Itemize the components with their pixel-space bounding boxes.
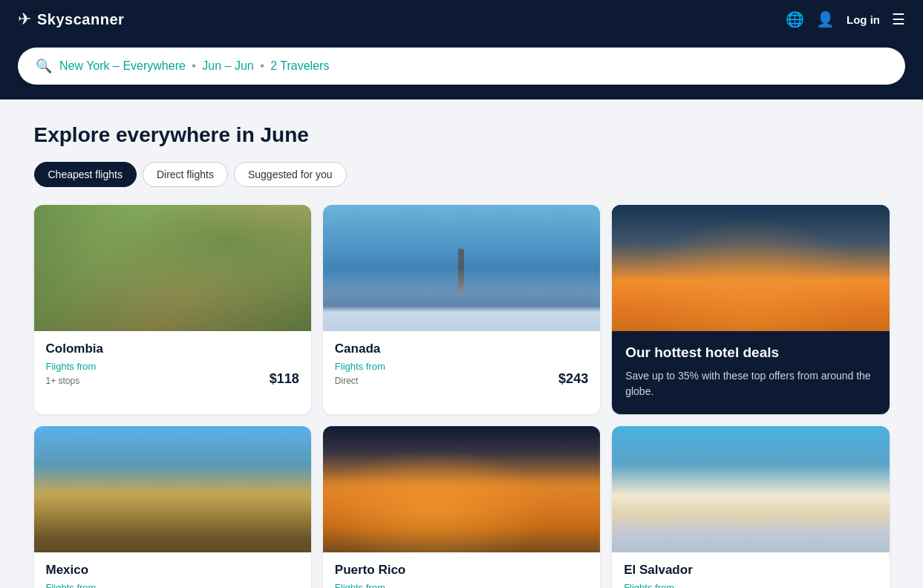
card-hotel-deals[interactable]: Our hottest hotel deals Save up to 35% w… bbox=[612, 205, 889, 414]
card-image-hotel bbox=[612, 205, 889, 331]
logo-area[interactable]: ✈ Skyscanner bbox=[18, 10, 124, 29]
card-stops-colombia: 1+ stops bbox=[46, 376, 80, 386]
search-travelers: 2 Travelers bbox=[270, 59, 329, 72]
card-footer-canada: Flights from Direct $243 bbox=[335, 361, 588, 387]
hamburger-icon[interactable]: ☰ bbox=[892, 10, 905, 28]
card-image-canada bbox=[323, 205, 600, 331]
card-footer-puerto-rico: Flights from bbox=[335, 582, 588, 588]
search-dates: Jun – Jun bbox=[202, 59, 253, 72]
user-icon[interactable]: 👤 bbox=[816, 10, 835, 28]
card-body-canada: Canada Flights from Direct $243 bbox=[323, 331, 600, 399]
card-image-colombia bbox=[34, 205, 311, 331]
card-flight-info-canada: Flights from Direct bbox=[335, 361, 385, 387]
search-route: New York – Everywhere bbox=[59, 59, 186, 72]
logo-icon: ✈ bbox=[18, 10, 31, 29]
card-flights-label-colombia: Flights from bbox=[46, 361, 97, 372]
header-right: 🌐 👤 Log in ☰ bbox=[786, 10, 905, 28]
main-content: Explore everywhere in June Cheapest flig… bbox=[16, 99, 907, 588]
card-body-puerto-rico: Puerto Rico Flights from bbox=[323, 552, 600, 588]
search-text: New York – Everywhere • Jun – Jun • 2 Tr… bbox=[59, 59, 329, 73]
card-flights-label-mexico: Flights from bbox=[46, 582, 97, 588]
card-flight-info-mexico: Flights from bbox=[46, 582, 97, 588]
header: ✈ Skyscanner 🌐 👤 Log in ☰ bbox=[0, 0, 923, 39]
card-footer-el-salvador: Flights from bbox=[624, 582, 877, 588]
card-image-puerto-rico bbox=[323, 426, 600, 552]
card-price-colombia: $118 bbox=[270, 371, 299, 387]
page-title: Explore everywhere in June bbox=[34, 123, 890, 147]
card-flight-info-el-salvador: Flights from bbox=[624, 582, 674, 588]
login-button[interactable]: Log in bbox=[847, 13, 880, 26]
card-image-mexico bbox=[34, 426, 311, 552]
card-title-mexico: Mexico bbox=[46, 563, 299, 578]
dot-1: • bbox=[192, 59, 199, 72]
tab-direct[interactable]: Direct flights bbox=[143, 162, 228, 187]
card-body-el-salvador: El Salvador Flights from bbox=[612, 552, 889, 588]
card-title-colombia: Colombia bbox=[46, 342, 299, 356]
card-canada[interactable]: Canada Flights from Direct $243 bbox=[323, 205, 600, 414]
card-image-el-salvador bbox=[612, 426, 889, 552]
card-title-puerto-rico: Puerto Rico bbox=[335, 563, 588, 578]
card-body-mexico: Mexico Flights from bbox=[34, 552, 311, 588]
card-puerto-rico[interactable]: Puerto Rico Flights from bbox=[323, 426, 600, 588]
card-flight-info-colombia: Flights from 1+ stops bbox=[46, 361, 97, 387]
card-flights-label-puerto-rico: Flights from bbox=[335, 582, 385, 588]
card-mexico[interactable]: Mexico Flights from bbox=[34, 426, 311, 588]
logo-text: Skyscanner bbox=[37, 11, 124, 28]
card-body-hotel: Our hottest hotel deals Save up to 35% w… bbox=[612, 331, 889, 414]
tabs: Cheapest flights Direct flights Suggeste… bbox=[34, 162, 890, 187]
card-colombia[interactable]: Colombia Flights from 1+ stops $118 bbox=[34, 205, 311, 414]
globe-icon[interactable]: 🌐 bbox=[786, 10, 804, 28]
card-title-el-salvador: El Salvador bbox=[624, 563, 877, 578]
card-el-salvador[interactable]: El Salvador Flights from bbox=[612, 426, 889, 588]
card-title-canada: Canada bbox=[335, 342, 588, 356]
card-stops-canada: Direct bbox=[335, 376, 358, 386]
card-footer-mexico: Flights from bbox=[46, 582, 299, 588]
card-price-canada: $243 bbox=[558, 371, 588, 387]
card-body-colombia: Colombia Flights from 1+ stops $118 bbox=[34, 331, 311, 399]
card-desc-hotel: Save up to 35% with these top offers fro… bbox=[625, 368, 875, 399]
card-footer-colombia: Flights from 1+ stops $118 bbox=[46, 361, 299, 387]
card-title-hotel: Our hottest hotel deals bbox=[625, 344, 875, 361]
dot-2: • bbox=[260, 59, 267, 72]
card-flights-label-canada: Flights from bbox=[335, 361, 385, 372]
search-bar[interactable]: 🔍 New York – Everywhere • Jun – Jun • 2 … bbox=[18, 48, 905, 85]
tab-cheapest[interactable]: Cheapest flights bbox=[34, 162, 137, 187]
tab-suggested[interactable]: Suggested for you bbox=[234, 162, 347, 187]
search-icon: 🔍 bbox=[36, 58, 52, 74]
cards-grid: Colombia Flights from 1+ stops $118 Cana… bbox=[34, 205, 890, 588]
card-flight-info-puerto-rico: Flights from bbox=[335, 582, 385, 588]
search-container: 🔍 New York – Everywhere • Jun – Jun • 2 … bbox=[0, 39, 923, 99]
card-flights-label-el-salvador: Flights from bbox=[624, 582, 674, 588]
